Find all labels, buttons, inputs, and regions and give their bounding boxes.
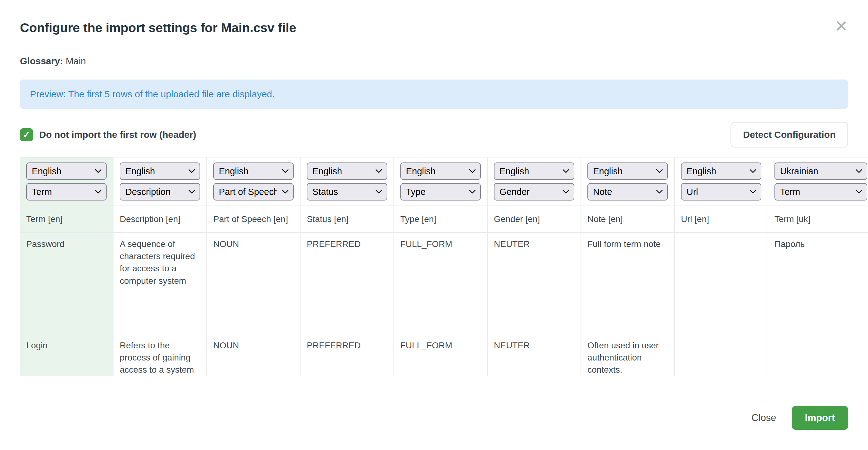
language-select[interactable]: English <box>587 162 668 180</box>
language-select-wrap: English <box>587 162 668 180</box>
language-select-wrap: English <box>494 162 574 180</box>
table-cell: A sequence of characters required for ac… <box>114 233 207 334</box>
preview-notice: Preview: The first 5 rows of the uploade… <box>20 80 848 109</box>
close-icon[interactable]: ✕ <box>833 16 850 36</box>
field-select[interactable]: Term <box>26 183 106 201</box>
dialog-footer: Close Import <box>20 406 848 430</box>
field-select[interactable]: Description <box>120 183 200 201</box>
language-select-wrap: English <box>681 162 762 180</box>
column-header-cell: Url [en] <box>675 206 768 233</box>
field-select[interactable]: Status <box>307 183 387 201</box>
table-cell: FULL_FORM <box>394 334 488 376</box>
table-cell: Пароль <box>768 233 868 334</box>
column-mapping-cell: EnglishGender <box>488 157 581 206</box>
column-mapping-cell: UkrainianTerm <box>768 157 868 206</box>
field-select-wrap: Status <box>307 183 387 201</box>
field-select[interactable]: Note <box>587 183 668 201</box>
table-cell: PREFERRED <box>301 233 394 334</box>
glossary-line: Glossary: Main <box>20 56 848 66</box>
detect-configuration-button[interactable]: Detect Configuration <box>731 122 848 148</box>
column-header-cell: Type [en] <box>394 206 488 233</box>
glossary-label: Glossary: <box>20 56 63 66</box>
column-header-cell: Description [en] <box>114 206 207 233</box>
column-mapping-cell: EnglishNote <box>581 157 675 206</box>
language-select-wrap: English <box>400 162 481 180</box>
controls-row: ✓ Do not import the first row (header) D… <box>20 122 848 148</box>
table-cell: NOUN <box>207 334 301 376</box>
language-select[interactable]: English <box>681 162 762 180</box>
language-select[interactable]: English <box>400 162 481 180</box>
glossary-value: Main <box>66 56 86 66</box>
preview-table: EnglishTermEnglishDescriptionEnglishPart… <box>20 157 868 376</box>
column-mapping-cell: EnglishDescription <box>114 157 207 206</box>
preview-table-grid: EnglishTermEnglishDescriptionEnglishPart… <box>20 157 868 376</box>
table-cell <box>768 334 868 376</box>
import-button[interactable]: Import <box>792 406 848 430</box>
column-header-cell: Term [en] <box>20 206 114 233</box>
column-header-cell: Part of Speech [en] <box>207 206 301 233</box>
field-select[interactable]: Type <box>400 183 481 201</box>
language-select[interactable]: Ukrainian <box>774 162 867 180</box>
skip-header-checkbox-group: ✓ Do not import the first row (header) <box>20 128 196 141</box>
language-select-wrap: English <box>120 162 200 180</box>
language-select[interactable]: English <box>26 162 106 180</box>
table-cell: Full form term note <box>581 233 675 334</box>
table-cell: Refers to the process of gaining access … <box>114 334 207 376</box>
close-button[interactable]: Close <box>751 412 776 423</box>
table-cell: Login <box>20 334 114 376</box>
table-cell: FULL_FORM <box>394 233 488 334</box>
field-select[interactable]: Term <box>774 183 867 201</box>
field-select[interactable]: Part of Speech <box>213 183 294 201</box>
dialog-title: Configure the import settings for Main.c… <box>20 0 848 35</box>
table-cell: Password <box>20 233 114 334</box>
language-select-wrap: Ukrainian <box>774 162 867 180</box>
field-select-wrap: Note <box>587 183 668 201</box>
column-header-cell: Term [uk] <box>768 206 868 233</box>
field-select[interactable]: Url <box>681 183 762 201</box>
language-select[interactable]: English <box>307 162 387 180</box>
column-header-cell: Status [en] <box>301 206 394 233</box>
preview-notice-text: Preview: The first 5 rows of the uploade… <box>30 89 275 99</box>
column-header-cell: Gender [en] <box>488 206 581 233</box>
table-cell <box>675 233 768 334</box>
field-select-wrap: Term <box>26 183 106 201</box>
import-settings-dialog: ✕ Configure the import settings for Main… <box>0 0 868 450</box>
language-select[interactable]: English <box>120 162 200 180</box>
field-select-wrap: Term <box>774 183 867 201</box>
language-select-wrap: English <box>213 162 294 180</box>
field-select-wrap: Part of Speech <box>213 183 294 201</box>
table-cell: NOUN <box>207 233 301 334</box>
column-mapping-cell: EnglishUrl <box>675 157 768 206</box>
field-select-wrap: Url <box>681 183 762 201</box>
language-select[interactable]: English <box>213 162 294 180</box>
language-select-wrap: English <box>307 162 387 180</box>
column-mapping-cell: EnglishStatus <box>301 157 394 206</box>
column-mapping-cell: EnglishTerm <box>20 157 114 206</box>
column-mapping-cell: EnglishPart of Speech <box>207 157 301 206</box>
field-select-wrap: Gender <box>494 183 574 201</box>
column-mapping-cell: EnglishType <box>394 157 488 206</box>
field-select-wrap: Type <box>400 183 481 201</box>
table-cell <box>675 334 768 376</box>
table-cell: NEUTER <box>488 334 581 376</box>
language-select[interactable]: English <box>494 162 574 180</box>
table-cell: NEUTER <box>488 233 581 334</box>
field-select-wrap: Description <box>120 183 200 201</box>
table-cell: PREFERRED <box>301 334 394 376</box>
check-icon: ✓ <box>23 130 30 140</box>
field-select[interactable]: Gender <box>494 183 574 201</box>
skip-header-checkbox-label: Do not import the first row (header) <box>39 129 196 140</box>
column-header-cell: Note [en] <box>581 206 675 233</box>
skip-header-checkbox[interactable]: ✓ <box>20 128 33 141</box>
language-select-wrap: English <box>26 162 106 180</box>
table-cell: Often used in user authentication contex… <box>581 334 675 376</box>
